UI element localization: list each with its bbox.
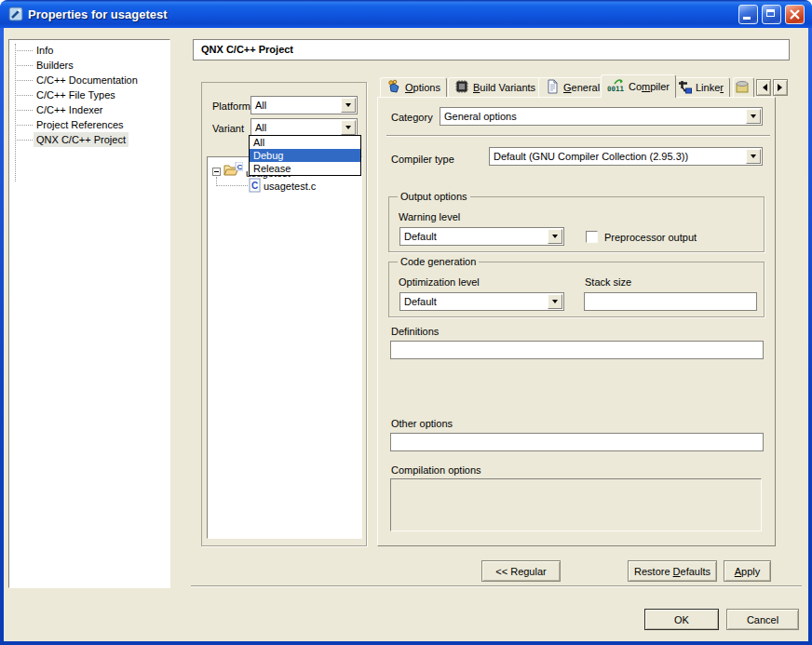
project-tree: C usagetest C usagetest.c	[207, 156, 362, 539]
window-title: Properties for usagetest	[28, 7, 168, 21]
c-source-file-icon: C	[249, 178, 261, 195]
tab-clipped[interactable]	[733, 77, 754, 97]
maximize-icon	[766, 9, 775, 17]
build-selector-panel: Platform All Variant All C usagetest C u…	[201, 82, 367, 546]
separator	[191, 585, 802, 587]
variant-option-debug[interactable]: Debug	[250, 149, 360, 162]
minimize-icon	[743, 17, 751, 20]
sidebar-item-cpp-file-types[interactable]: C/C++ File Types	[9, 87, 169, 102]
cancel-button[interactable]: Cancel	[726, 609, 799, 630]
maximize-button[interactable]	[762, 5, 781, 24]
svg-text:C: C	[237, 163, 243, 171]
tree-child-label[interactable]: usagetest.c	[264, 181, 316, 192]
close-button[interactable]	[785, 5, 805, 24]
build-variants-icon	[454, 79, 469, 96]
clipped-tab-icon	[736, 79, 749, 96]
tab-compiler[interactable]: 0011 Compiler	[601, 74, 676, 98]
sidebar-item-qnx-cpp-project[interactable]: QNX C/C++ Project	[9, 132, 169, 147]
compiler-tab-panel	[377, 97, 776, 546]
tree-connector	[216, 185, 248, 186]
sidebar-item-cpp-documentation[interactable]: C/C++ Documentation	[9, 73, 169, 87]
properties-pencil-icon	[8, 7, 23, 21]
tab-options[interactable]: Options	[380, 77, 447, 97]
tab-scroll-right-button[interactable]	[773, 79, 788, 96]
left-arrow-icon	[759, 84, 767, 91]
ok-button[interactable]: OK	[644, 609, 719, 630]
sidebar-item-project-references[interactable]: Project References	[9, 117, 169, 132]
properties-dialog: Properties for usagetest Info Builders C…	[0, 0, 812, 645]
restore-defaults-button[interactable]: Restore Defaults	[628, 560, 717, 582]
variant-dropdown-list: All Debug Release	[249, 135, 361, 176]
chevron-down-icon	[345, 103, 351, 110]
tab-linker[interactable]: Linker	[670, 77, 730, 97]
minimize-button[interactable]	[738, 5, 758, 24]
page-title: QNX C/C++ Project	[193, 39, 790, 60]
linker-icon	[677, 79, 692, 96]
sidebar-item-builders[interactable]: Builders	[9, 58, 169, 73]
options-icon	[386, 79, 401, 96]
variant-value: All	[255, 122, 266, 133]
compiler-binary-icon: 0011	[607, 78, 625, 95]
platform-combo[interactable]: All	[250, 96, 358, 114]
sidebar-item-info[interactable]: Info	[9, 43, 169, 58]
platform-value: All	[255, 100, 266, 111]
platform-combo-button[interactable]	[341, 98, 356, 113]
close-icon	[786, 6, 804, 23]
apply-button[interactable]: Apply	[724, 560, 771, 582]
svg-text:0011: 0011	[607, 85, 625, 93]
variant-label: Variant	[212, 123, 244, 134]
variant-option-all[interactable]: All	[250, 136, 360, 149]
platform-label: Platform	[212, 101, 250, 112]
properties-nav-tree: Info Builders C/C++ Documentation C/C++ …	[8, 39, 170, 588]
regular-toggle-button[interactable]: << Regular	[481, 560, 561, 582]
right-arrow-icon	[778, 84, 786, 91]
titlebar[interactable]: Properties for usagetest	[0, 0, 812, 28]
collapse-expander-icon[interactable]	[212, 168, 221, 176]
general-document-icon	[545, 79, 560, 96]
variant-option-release[interactable]: Release	[250, 162, 360, 175]
svg-text:C: C	[251, 181, 258, 191]
tab-build-variants[interactable]: Build Variants	[448, 77, 542, 97]
chevron-down-icon	[345, 126, 351, 132]
c-project-folder-icon: C	[223, 162, 243, 181]
variant-combo-button[interactable]	[341, 120, 356, 135]
tab-general[interactable]: General	[538, 77, 606, 97]
sidebar-item-cpp-indexer[interactable]: C/C++ Indexer	[9, 102, 169, 117]
tab-scroll-left-button[interactable]	[756, 79, 771, 96]
variant-combo[interactable]: All	[250, 118, 358, 137]
